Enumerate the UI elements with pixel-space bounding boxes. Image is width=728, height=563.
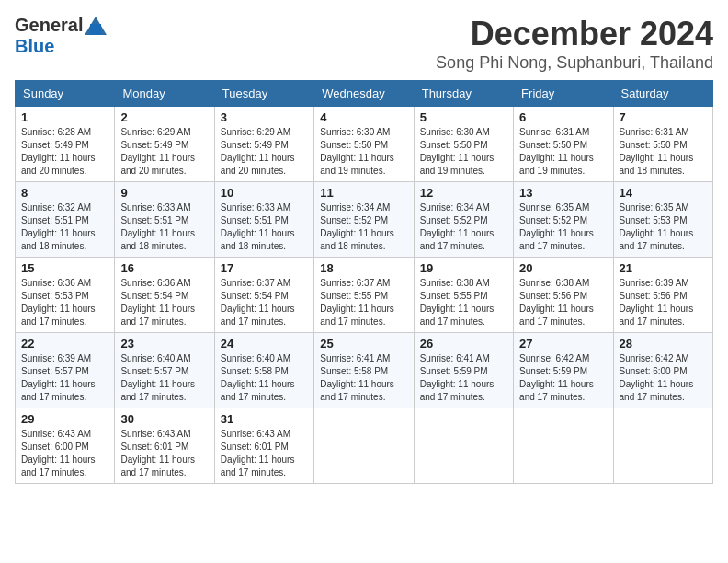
logo-blue: Blue xyxy=(15,36,54,57)
day-number: 8 xyxy=(21,186,108,200)
calendar-cell: 6 Sunrise: 6:31 AMSunset: 5:50 PMDayligh… xyxy=(514,107,613,182)
calendar-cell: 27 Sunrise: 6:42 AMSunset: 5:59 PMDaylig… xyxy=(514,333,613,408)
day-info: Sunrise: 6:43 AMSunset: 6:01 PMDaylight:… xyxy=(120,429,195,477)
day-number: 22 xyxy=(21,337,108,350)
day-info: Sunrise: 6:37 AMSunset: 5:54 PMDaylight:… xyxy=(221,278,295,327)
calendar-cell: 16 Sunrise: 6:36 AMSunset: 5:54 PMDaylig… xyxy=(115,258,214,333)
calendar-cell: 20 Sunrise: 6:38 AMSunset: 5:56 PMDaylig… xyxy=(514,258,613,333)
logo-general: General xyxy=(15,15,83,36)
calendar-cell: 19 Sunrise: 6:38 AMSunset: 5:55 PMDaylig… xyxy=(414,258,513,333)
calendar-cell: 3 Sunrise: 6:29 AMSunset: 5:49 PMDayligh… xyxy=(214,107,313,182)
calendar-cell xyxy=(414,408,513,484)
day-number: 21 xyxy=(620,261,707,275)
calendar-cell: 30 Sunrise: 6:43 AMSunset: 6:01 PMDaylig… xyxy=(115,408,214,484)
day-number: 2 xyxy=(120,110,208,124)
day-info: Sunrise: 6:34 AMSunset: 5:52 PMDaylight:… xyxy=(420,202,495,251)
day-info: Sunrise: 6:30 AMSunset: 5:50 PMDaylight:… xyxy=(320,127,394,176)
day-header-saturday: Saturday xyxy=(613,81,712,107)
day-number: 19 xyxy=(420,261,507,275)
title-section: December 2024 Song Phi Nong, Suphanburi,… xyxy=(436,15,713,73)
day-info: Sunrise: 6:33 AMSunset: 5:51 PMDaylight:… xyxy=(221,202,295,251)
day-number: 27 xyxy=(519,337,607,350)
day-number: 4 xyxy=(320,110,407,124)
calendar-cell: 23 Sunrise: 6:40 AMSunset: 5:57 PMDaylig… xyxy=(115,333,214,408)
day-number: 24 xyxy=(221,337,308,350)
day-info: Sunrise: 6:40 AMSunset: 5:57 PMDaylight:… xyxy=(120,353,195,402)
calendar-cell: 15 Sunrise: 6:36 AMSunset: 5:53 PMDaylig… xyxy=(16,258,115,333)
day-number: 5 xyxy=(420,110,507,124)
logo-icon xyxy=(85,17,107,35)
day-number: 20 xyxy=(519,261,607,275)
day-number: 15 xyxy=(21,261,108,275)
day-header-friday: Friday xyxy=(514,81,613,107)
day-info: Sunrise: 6:33 AMSunset: 5:51 PMDaylight:… xyxy=(120,202,195,251)
day-number: 26 xyxy=(420,337,507,350)
calendar-cell: 26 Sunrise: 6:41 AMSunset: 5:59 PMDaylig… xyxy=(414,333,513,408)
day-info: Sunrise: 6:42 AMSunset: 5:59 PMDaylight:… xyxy=(519,353,594,402)
logo: General Blue xyxy=(15,15,107,57)
day-info: Sunrise: 6:39 AMSunset: 5:56 PMDaylight:… xyxy=(620,278,694,327)
calendar-cell: 21 Sunrise: 6:39 AMSunset: 5:56 PMDaylig… xyxy=(613,258,712,333)
day-header-tuesday: Tuesday xyxy=(214,81,313,107)
calendar-cell: 25 Sunrise: 6:41 AMSunset: 5:58 PMDaylig… xyxy=(314,333,414,408)
calendar-cell: 4 Sunrise: 6:30 AMSunset: 5:50 PMDayligh… xyxy=(314,107,414,182)
day-info: Sunrise: 6:38 AMSunset: 5:55 PMDaylight:… xyxy=(420,278,495,327)
calendar-cell: 7 Sunrise: 6:31 AMSunset: 5:50 PMDayligh… xyxy=(613,107,712,182)
day-info: Sunrise: 6:28 AMSunset: 5:49 PMDaylight:… xyxy=(21,127,96,176)
day-number: 17 xyxy=(221,261,308,275)
day-info: Sunrise: 6:36 AMSunset: 5:53 PMDaylight:… xyxy=(21,278,96,327)
calendar-cell: 18 Sunrise: 6:37 AMSunset: 5:55 PMDaylig… xyxy=(314,258,414,333)
day-info: Sunrise: 6:42 AMSunset: 6:00 PMDaylight:… xyxy=(620,353,694,402)
calendar-cell: 22 Sunrise: 6:39 AMSunset: 5:57 PMDaylig… xyxy=(16,333,115,408)
calendar-table: SundayMondayTuesdayWednesdayThursdayFrid… xyxy=(15,80,713,484)
day-number: 1 xyxy=(21,110,108,124)
day-number: 12 xyxy=(420,186,507,200)
calendar-cell: 17 Sunrise: 6:37 AMSunset: 5:54 PMDaylig… xyxy=(214,258,313,333)
day-info: Sunrise: 6:41 AMSunset: 5:59 PMDaylight:… xyxy=(420,353,495,402)
calendar-cell: 2 Sunrise: 6:29 AMSunset: 5:49 PMDayligh… xyxy=(115,107,214,182)
calendar-cell: 29 Sunrise: 6:43 AMSunset: 6:00 PMDaylig… xyxy=(16,408,115,484)
day-number: 30 xyxy=(120,412,208,426)
calendar-cell: 9 Sunrise: 6:33 AMSunset: 5:51 PMDayligh… xyxy=(115,182,214,258)
day-info: Sunrise: 6:35 AMSunset: 5:53 PMDaylight:… xyxy=(620,202,694,251)
month-title: December 2024 xyxy=(436,15,713,53)
calendar-cell: 11 Sunrise: 6:34 AMSunset: 5:52 PMDaylig… xyxy=(314,182,414,258)
svg-marker-1 xyxy=(90,24,101,35)
day-number: 9 xyxy=(120,186,208,200)
day-info: Sunrise: 6:43 AMSunset: 6:00 PMDaylight:… xyxy=(21,429,96,477)
page-header: General Blue December 2024 Song Phi Nong… xyxy=(15,15,713,73)
day-info: Sunrise: 6:39 AMSunset: 5:57 PMDaylight:… xyxy=(21,353,96,402)
calendar-cell: 28 Sunrise: 6:42 AMSunset: 6:00 PMDaylig… xyxy=(613,333,712,408)
calendar-cell xyxy=(613,408,712,484)
day-info: Sunrise: 6:31 AMSunset: 5:50 PMDaylight:… xyxy=(519,127,594,176)
day-number: 10 xyxy=(221,186,308,200)
day-number: 31 xyxy=(221,412,308,426)
day-number: 7 xyxy=(620,110,707,124)
calendar-cell: 14 Sunrise: 6:35 AMSunset: 5:53 PMDaylig… xyxy=(613,182,712,258)
calendar-cell xyxy=(514,408,613,484)
day-info: Sunrise: 6:34 AMSunset: 5:52 PMDaylight:… xyxy=(320,202,394,251)
day-number: 11 xyxy=(320,186,407,200)
calendar-cell: 10 Sunrise: 6:33 AMSunset: 5:51 PMDaylig… xyxy=(214,182,313,258)
calendar-cell: 5 Sunrise: 6:30 AMSunset: 5:50 PMDayligh… xyxy=(414,107,513,182)
day-info: Sunrise: 6:32 AMSunset: 5:51 PMDaylight:… xyxy=(21,202,96,251)
calendar-cell: 8 Sunrise: 6:32 AMSunset: 5:51 PMDayligh… xyxy=(16,182,115,258)
day-header-wednesday: Wednesday xyxy=(314,81,414,107)
calendar-cell: 31 Sunrise: 6:43 AMSunset: 6:01 PMDaylig… xyxy=(214,408,313,484)
day-number: 28 xyxy=(620,337,707,350)
day-info: Sunrise: 6:29 AMSunset: 5:49 PMDaylight:… xyxy=(221,127,295,176)
day-number: 14 xyxy=(620,186,707,200)
day-info: Sunrise: 6:31 AMSunset: 5:50 PMDaylight:… xyxy=(620,127,694,176)
day-info: Sunrise: 6:36 AMSunset: 5:54 PMDaylight:… xyxy=(120,278,195,327)
day-info: Sunrise: 6:37 AMSunset: 5:55 PMDaylight:… xyxy=(320,278,394,327)
day-info: Sunrise: 6:43 AMSunset: 6:01 PMDaylight:… xyxy=(221,429,295,477)
day-info: Sunrise: 6:29 AMSunset: 5:49 PMDaylight:… xyxy=(120,127,195,176)
calendar-cell xyxy=(314,408,414,484)
calendar-cell: 1 Sunrise: 6:28 AMSunset: 5:49 PMDayligh… xyxy=(16,107,115,182)
day-info: Sunrise: 6:30 AMSunset: 5:50 PMDaylight:… xyxy=(420,127,495,176)
day-info: Sunrise: 6:41 AMSunset: 5:58 PMDaylight:… xyxy=(320,353,394,402)
calendar-cell: 12 Sunrise: 6:34 AMSunset: 5:52 PMDaylig… xyxy=(414,182,513,258)
day-number: 3 xyxy=(221,110,308,124)
day-number: 13 xyxy=(519,186,607,200)
calendar-cell: 24 Sunrise: 6:40 AMSunset: 5:58 PMDaylig… xyxy=(214,333,313,408)
